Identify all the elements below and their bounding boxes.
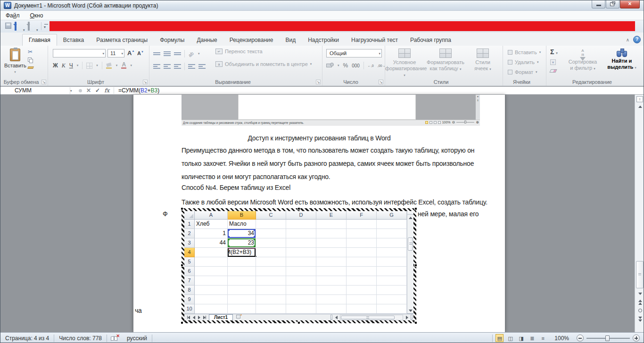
hscroll-splitter[interactable] <box>330 315 332 320</box>
borders-icon[interactable] <box>86 63 92 69</box>
bold-button[interactable]: Ж <box>53 62 58 69</box>
column-header-f[interactable]: F <box>347 211 377 220</box>
insert-worksheet-icon[interactable]: * <box>233 314 243 320</box>
cell-a1[interactable]: Хлеб <box>195 220 228 229</box>
first-sheet-icon[interactable] <box>187 316 190 319</box>
underline-button[interactable]: Ч <box>69 62 73 69</box>
name-box[interactable]: СУММ <box>1 87 70 94</box>
document-scrollbar[interactable]: ⇳ <box>635 95 644 332</box>
row-header[interactable]: 4 <box>184 248 195 257</box>
row-header[interactable]: 5 <box>184 257 195 267</box>
selection-handle[interactable] <box>297 321 300 324</box>
menu-file[interactable]: Файл <box>0 12 25 19</box>
italic-button[interactable]: К <box>62 62 66 69</box>
zoom-slider[interactable] <box>586 338 630 339</box>
column-header-e[interactable]: E <box>316 211 347 220</box>
clear-icon[interactable] <box>549 69 557 73</box>
tab-nadstroyki[interactable]: Надстройки <box>302 34 345 46</box>
tab-vstavka[interactable]: Вставка <box>57 34 91 46</box>
percent-format-icon[interactable]: % <box>343 62 348 69</box>
tab-rabochaya-gruppa[interactable]: Рабочая группа <box>404 34 457 46</box>
redo-icon[interactable] <box>28 23 30 31</box>
tab-nagruzochny-test[interactable]: Нагрузочный тест <box>345 34 404 46</box>
scroll-right-icon[interactable] <box>404 315 410 320</box>
fill-color-icon[interactable] <box>106 63 112 69</box>
outline-view-icon[interactable]: ≣ <box>528 334 536 342</box>
font-size-combo[interactable]: 11▾ <box>107 49 124 57</box>
previous-page-icon[interactable] <box>635 299 644 305</box>
word-count[interactable]: Число слов: 778 <box>54 335 107 342</box>
column-header-a[interactable]: A <box>195 211 228 220</box>
dialog-launcher-icon[interactable]: ↘ <box>316 80 321 84</box>
dialog-launcher-icon[interactable]: ↘ <box>379 80 383 84</box>
last-sheet-icon[interactable] <box>203 316 206 319</box>
align-center-icon[interactable] <box>164 64 171 69</box>
collapse-ribbon-icon[interactable]: ∧ <box>626 37 629 42</box>
prev-sheet-icon[interactable] <box>193 316 195 319</box>
redo-dropdown-icon[interactable]: ▾ <box>36 24 38 33</box>
merge-center-button[interactable]: a Объединить и поместить в центре ▾ <box>215 61 312 67</box>
save-icon[interactable] <box>5 23 11 29</box>
tab-glavnaya[interactable]: Главная <box>22 34 57 46</box>
insert-function-icon[interactable]: fx <box>104 87 109 94</box>
selection-handle[interactable] <box>181 264 183 267</box>
formula-input[interactable]: =СУММ(B2+B3) <box>118 87 159 94</box>
cell-styles-button[interactable]: Стилиячеек ▾ <box>469 49 496 72</box>
sheet-vertical-scrollbar[interactable] <box>407 211 413 314</box>
grow-font-icon[interactable]: А▲ <box>127 49 134 57</box>
menu-window[interactable]: Окно <box>25 12 49 19</box>
sort-filter-button[interactable]: АЯ Сортировкаи фильтр ▾ <box>563 49 602 72</box>
selection-handle[interactable] <box>414 321 417 324</box>
cell-b2[interactable]: 34 <box>228 229 256 238</box>
thousands-format-icon[interactable]: 000 <box>352 63 360 68</box>
format-cells-button[interactable]: Формат▾ <box>508 69 537 75</box>
cell-b3[interactable]: 23 <box>228 238 256 248</box>
restore-button[interactable] <box>606 0 619 8</box>
shrink-font-icon[interactable]: А▼ <box>137 50 144 56</box>
font-name-combo[interactable]: ▾ <box>53 49 106 57</box>
row-header[interactable]: 10 <box>184 304 195 314</box>
cut-icon[interactable]: ✂ <box>28 49 33 54</box>
decrease-decimal-icon[interactable]: ,00→ <box>378 64 386 67</box>
help-icon[interactable]: ? <box>633 36 641 43</box>
row-header[interactable]: 2 <box>184 229 195 238</box>
page-indicator[interactable]: Страница: 4 из 4 <box>0 335 54 342</box>
conditional-formatting-button[interactable]: Условноеформатирование ▾ <box>385 49 424 78</box>
embedded-picture[interactable]: ▾‖ Для создания таблицы и рисования стро… <box>182 95 480 126</box>
copy-icon[interactable] <box>28 57 33 63</box>
sheet-tab[interactable]: Лист1 <box>209 314 233 320</box>
undo-dropdown-icon[interactable]: ▾ <box>23 24 25 33</box>
split-box[interactable] <box>407 211 413 215</box>
language-indicator[interactable]: русский <box>122 335 152 342</box>
web-layout-view-icon[interactable]: ◨ <box>517 334 525 342</box>
select-browse-object-icon[interactable] <box>635 307 644 314</box>
selection-handle[interactable] <box>414 264 417 267</box>
zoom-out-icon[interactable] <box>577 335 584 342</box>
fill-icon[interactable]: ▼ <box>550 59 556 65</box>
cell-b4-editing[interactable]: М(B2+B3) <box>228 248 256 257</box>
zoom-in-icon[interactable] <box>633 335 640 342</box>
tab-razmetka[interactable]: Разметка страницы <box>90 34 154 46</box>
orientation-icon[interactable]: ab <box>187 49 196 57</box>
tab-recenzirovanie[interactable]: Рецензирование <box>223 34 280 46</box>
dialog-launcher-icon[interactable]: ↘ <box>143 80 148 84</box>
zoom-level[interactable]: 100% <box>550 335 574 342</box>
format-painter-icon[interactable] <box>27 66 34 69</box>
sheet-horizontal-scrollbar[interactable] <box>340 315 403 320</box>
zoom-slider-thumb[interactable] <box>605 335 610 341</box>
doc-scroll-thumb[interactable] <box>636 261 644 288</box>
close-button[interactable]: × <box>620 0 640 8</box>
dialog-launcher-icon[interactable]: ↘ <box>41 80 46 84</box>
tab-formuly[interactable]: Формулы <box>154 34 190 46</box>
row-header[interactable]: 6 <box>184 267 195 276</box>
row-header[interactable]: 7 <box>184 276 195 286</box>
document-page[interactable]: ▾‖ Для создания таблицы и рисования стро… <box>133 95 505 332</box>
align-right-icon[interactable] <box>174 64 181 69</box>
column-header-d[interactable]: D <box>286 211 316 220</box>
row-header[interactable]: 8 <box>184 286 195 295</box>
next-page-icon[interactable] <box>635 316 644 322</box>
selection-handle[interactable] <box>181 321 183 324</box>
embedded-excel-object[interactable]: A B C D E F G 1 Хлеб Масло <box>182 208 416 323</box>
sheet-hscroll-thumb[interactable] <box>341 316 395 319</box>
align-top-icon[interactable] <box>153 52 160 55</box>
